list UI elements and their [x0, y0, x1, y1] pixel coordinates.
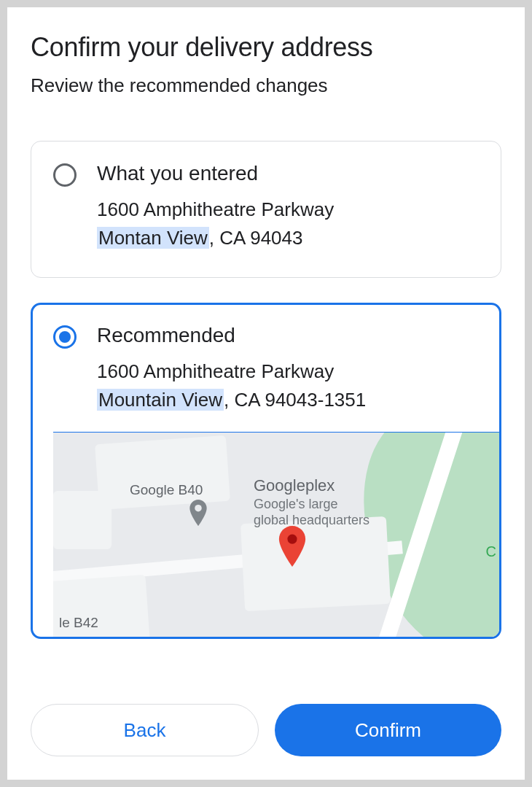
- recommended-address-rest: , CA 94043-1351: [224, 389, 366, 411]
- map-building: [53, 491, 112, 549]
- recommended-city-highlight: Mountain View: [97, 389, 224, 411]
- map-poi-sub1: Google's large: [254, 497, 338, 511]
- map-poi-sublabel-googleplex: Google's large global headquarters: [254, 497, 369, 528]
- option-entered-label: What you entered: [97, 162, 479, 185]
- option-recommended-label: Recommended: [97, 324, 479, 347]
- entered-address-line2: Montan View, CA 94043: [97, 224, 479, 252]
- entered-address-line1: 1600 Amphitheatre Parkway: [97, 195, 479, 224]
- map-preview[interactable]: Google B40 Googleplex Google's large glo…: [53, 433, 499, 637]
- map-building: [240, 516, 391, 611]
- dialog-actions: Back Confirm: [31, 682, 501, 756]
- map-poi-label-googleplex: Googleplex: [254, 476, 335, 495]
- svg-point-0: [195, 505, 202, 512]
- confirm-address-dialog: Confirm your delivery address Review the…: [7, 7, 525, 780]
- option-entered[interactable]: What you entered 1600 Amphitheatre Parkw…: [31, 141, 501, 278]
- option-recommended[interactable]: Recommended 1600 Amphitheatre Parkway Mo…: [31, 303, 501, 639]
- map-building: [95, 435, 230, 510]
- option-entered-body: What you entered 1600 Amphitheatre Parkw…: [97, 162, 479, 252]
- option-recommended-body: Recommended 1600 Amphitheatre Parkway Mo…: [97, 324, 479, 637]
- map-edge-label: C: [486, 543, 496, 560]
- recommended-address-line2: Mountain View, CA 94043-1351: [97, 386, 479, 414]
- radio-entered[interactable]: [53, 163, 77, 187]
- dialog-subtitle: Review the recommended changes: [31, 74, 501, 97]
- map-wrap: Google B40 Googleplex Google's large glo…: [53, 432, 499, 637]
- dialog-title: Confirm your delivery address: [31, 32, 501, 63]
- back-button[interactable]: Back: [31, 704, 259, 756]
- entered-city-highlight: Montan View: [97, 227, 209, 249]
- poi-pin-icon: [189, 500, 208, 529]
- map-poi-label-b40: Google B40: [130, 482, 203, 498]
- map-poi-label-b42: le B42: [59, 615, 98, 631]
- entered-address-rest: , CA 94043: [209, 227, 303, 249]
- radio-recommended[interactable]: [53, 325, 77, 349]
- confirm-button[interactable]: Confirm: [275, 704, 501, 756]
- map-poi-sub2: global headquarters: [254, 513, 369, 527]
- recommended-address-line1: 1600 Amphitheatre Parkway: [97, 357, 479, 386]
- map-marker-icon: [278, 526, 307, 570]
- svg-point-1: [287, 535, 297, 544]
